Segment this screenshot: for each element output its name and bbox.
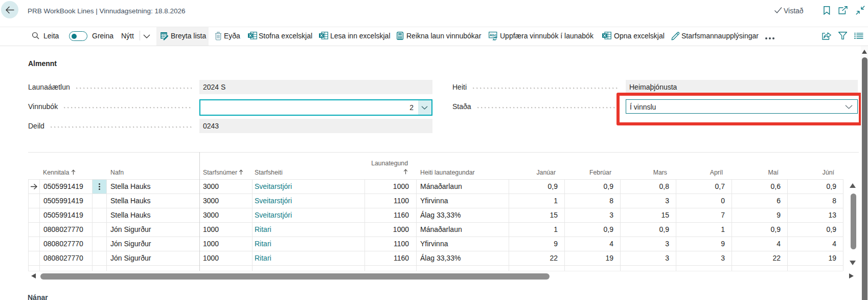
svg-text:Abc: Abc	[490, 33, 496, 37]
